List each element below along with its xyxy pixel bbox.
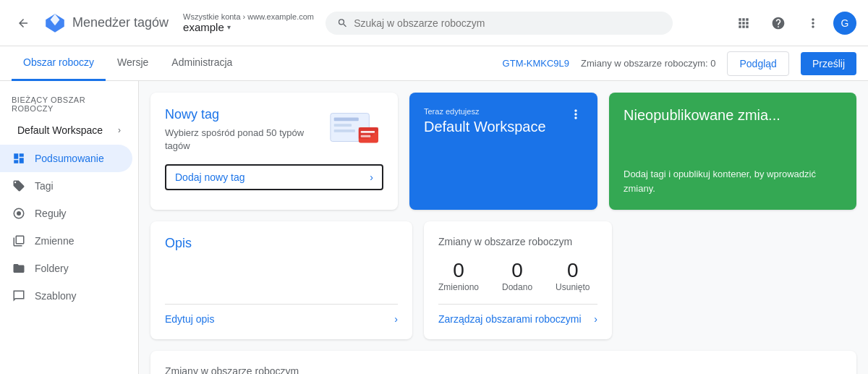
editing-workspace: Default Workspace [424,119,546,135]
changed-number: 0 [453,259,464,282]
workspace-changes-card: Zmiany w obszarze roboczym 0 Zmieniono 0… [424,221,612,339]
workspace-selector[interactable]: Default Workspace › [6,119,132,142]
manage-workspaces-arrow: › [594,313,597,325]
search-icon [337,17,348,29]
avatar-initial: G [841,17,849,29]
spacer-right [624,221,856,339]
sidebar-item-summary[interactable]: Podsumowanie [0,145,132,172]
new-tag-title: Nowy tag [165,107,327,122]
summary-icon [12,152,26,165]
add-new-tag-arrow: › [370,171,373,183]
svg-rect-7 [334,129,355,132]
stat-changed: 0 Zmieniono [438,259,479,292]
description-title: Opis [165,236,398,251]
folders-icon [12,262,26,275]
account-breadcrumb: Wszystkie konta › www.example.com [183,12,314,21]
submit-button[interactable]: Prześlij [801,52,856,75]
unpublished-title: Nieopublikowane zmia... [624,107,842,124]
unpublished-description: Dodaj tagi i opublikuj kontener, by wpro… [624,167,842,195]
sidebar-item-label-summary: Podsumowanie [35,153,104,164]
sidebar-item-templates[interactable]: Szablony [0,282,132,310]
sidebar-item-label-folders: Foldery [35,263,69,274]
nav-tabs: Obszar roboczy Wersje Administracja GTM-… [0,46,868,81]
back-button[interactable] [12,12,35,35]
tab-versions[interactable]: Wersje [106,46,160,81]
account-dropdown-arrow: ▾ [227,23,231,31]
help-button[interactable] [764,9,793,38]
manage-workspaces-label: Zarządzaj obszarami roboczymi [438,313,582,325]
main-content: Nowy tag Wybierz spośród ponad 50 typów … [139,81,868,374]
sidebar-item-folders[interactable]: Foldery [0,255,132,282]
gtm-id: GTM-KMKC9L9 [503,58,569,69]
sidebar-item-label-variables: Zmienne [35,235,74,247]
rules-icon [12,207,26,220]
bottom-card-title: Zmiany w obszarze roboczym [165,365,842,374]
account-selector[interactable]: example ▾ [183,21,314,33]
svg-point-3 [17,211,21,216]
svg-rect-10 [361,131,375,133]
add-new-tag-button[interactable]: Dodaj nowy tag › [165,164,383,190]
search-bar [326,12,673,35]
templates-icon [12,289,26,302]
removed-number: 0 [567,259,579,282]
sidebar-item-rules[interactable]: Reguły [0,200,132,227]
more-button[interactable] [799,9,827,38]
stat-added: 0 Dodano [502,259,532,292]
workspace-changes-title: Zmiany w obszarze roboczym [438,236,597,247]
new-tag-card: Nowy tag Wybierz spośród ponad 50 typów … [150,93,398,210]
sidebar-item-label-templates: Szablony [35,290,77,302]
avatar[interactable]: G [833,12,856,35]
svg-rect-5 [334,117,359,121]
cards-row-1: Nowy tag Wybierz spośród ponad 50 typów … [150,93,856,210]
main-layout: BIEŻĄCY OBSZAR ROBOCZY Default Workspace… [0,81,868,374]
nav-right: GTM-KMKC9L9 Zmiany w obszarze roboczym: … [503,51,856,76]
workspace-name: Default Workspace [17,124,103,136]
tag-illustration [327,107,383,150]
removed-label: Usunięto [556,282,590,292]
manage-workspaces-button[interactable]: Zarządzaj obszarami roboczymi › [438,304,597,325]
stat-removed: 0 Usunięto [556,259,590,292]
tab-admin[interactable]: Administracja [160,46,244,81]
preview-button[interactable]: Podgląd [727,51,788,76]
variables-icon [12,234,26,247]
apps-button[interactable] [729,9,758,38]
tab-workspace[interactable]: Obszar roboczy [12,46,106,81]
editing-menu-button[interactable] [569,107,583,125]
bottom-changes-card: Zmiany w obszarze roboczym [150,351,856,374]
edit-description-label: Edytuj opis [165,313,214,325]
editing-label: Teraz edytujesz [424,107,546,116]
changed-label: Zmieniono [438,282,479,292]
sidebar-section-label: BIEŻĄCY OBSZAR ROBOCZY [0,93,138,116]
search-input[interactable] [354,17,661,29]
added-number: 0 [511,259,523,282]
editing-card: Teraz edytujesz Default Workspace [409,93,597,210]
svg-rect-6 [334,124,352,127]
unpublished-card: Nieopublikowane zmia... Dodaj tagi i opu… [609,93,856,210]
workspace-chevron: › [118,125,121,135]
description-card: Opis Edytuj opis › [150,221,412,339]
changes-stats: 0 Zmieniono 0 Dodano 0 Usunięto [438,259,597,292]
edit-description-arrow: › [394,313,398,325]
svg-rect-11 [361,135,371,137]
added-label: Dodano [502,282,532,292]
workspace-changes-count: Zmiany w obszarze roboczym: 0 [581,58,715,69]
account-area: Wszystkie konta › www.example.com exampl… [183,12,314,33]
top-header: Menedżer tagów Wszystkie konta › www.exa… [0,0,868,46]
header-right: G [729,9,856,38]
account-name: example [183,21,224,33]
sidebar-item-tags[interactable]: Tagi [0,172,132,200]
app-title: Menedżer tagów [72,15,169,30]
sidebar: BIEŻĄCY OBSZAR ROBOCZY Default Workspace… [0,81,139,374]
tags-icon [12,179,26,192]
sidebar-item-variables[interactable]: Zmienne [0,227,132,255]
logo: Menedżer tagów [43,12,169,35]
new-tag-description: Wybierz spośród ponad 50 typów tagów [165,127,327,153]
sidebar-item-label-tags: Tagi [35,180,54,192]
cards-row-2: Opis Edytuj opis › Zmiany w obszarze rob… [150,221,856,339]
sidebar-item-label-rules: Reguły [35,208,67,219]
add-new-tag-label: Dodaj nowy tag [175,171,245,183]
edit-description-button[interactable]: Edytuj opis › [165,304,398,325]
